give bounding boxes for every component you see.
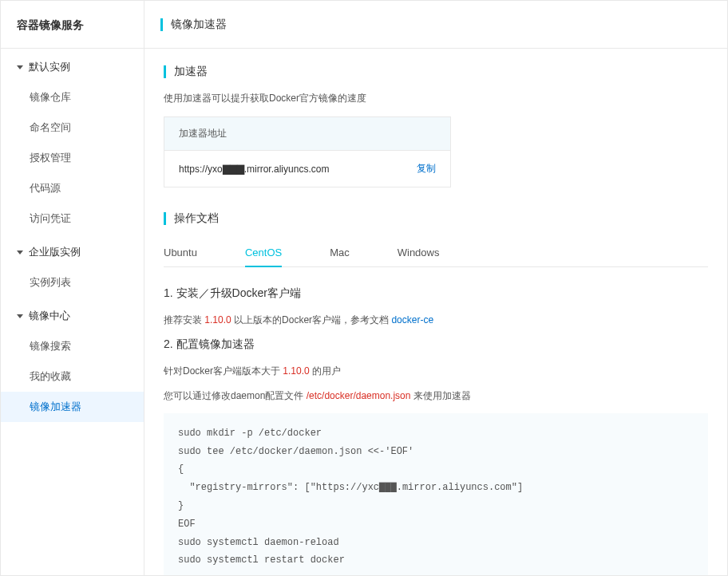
sidebar-section-label: 镜像中心: [29, 309, 70, 323]
app-container: 容器镜像服务 默认实例 镜像仓库 命名空间 授权管理 代码源 访问凭证 企业版实…: [0, 0, 728, 576]
file-path-text: /etc/docker/daemon.json: [307, 390, 411, 401]
step2-line1: 针对Docker客户端版本大于 1.10.0 的用户: [164, 363, 708, 381]
caret-down-icon: [17, 314, 23, 318]
text-fragment: 针对Docker客户端版本大于: [164, 365, 283, 377]
tab-centos[interactable]: CentOS: [245, 239, 282, 266]
accelerator-box-header: 加速器地址: [164, 117, 450, 151]
section-docs-title: 操作文档: [164, 211, 708, 226]
sidebar-title: 容器镜像服务: [1, 1, 144, 49]
accelerator-desc: 使用加速器可以提升获取Docker官方镜像的速度: [164, 92, 708, 105]
sidebar-item-instance-list[interactable]: 实例列表: [1, 267, 144, 298]
sidebar-section-label: 默认实例: [29, 60, 70, 74]
copy-button[interactable]: 复制: [417, 162, 436, 176]
content-area: 加速器 使用加速器可以提升获取Docker官方镜像的速度 加速器地址 https…: [144, 49, 727, 575]
step1-text: 推荐安装 1.10.0 以上版本的Docker客户端，参考文档 docker-c…: [164, 312, 708, 329]
accelerator-address-box: 加速器地址 https://yxo▇▇▇.mirror.aliyuncs.com…: [164, 116, 451, 187]
sidebar-item-image-search[interactable]: 镜像搜索: [1, 331, 144, 361]
version-text: 1.10.0: [204, 314, 231, 325]
sidebar: 容器镜像服务 默认实例 镜像仓库 命名空间 授权管理 代码源 访问凭证 企业版实…: [1, 1, 144, 575]
text-fragment: 的用户: [310, 365, 341, 377]
sidebar-section-label: 企业版实例: [29, 245, 81, 259]
tab-mac[interactable]: Mac: [330, 239, 350, 266]
caret-down-icon: [17, 251, 23, 254]
text-fragment: 来使用加速器: [410, 390, 470, 401]
sidebar-section-image-center[interactable]: 镜像中心: [1, 298, 144, 331]
sidebar-section-default-instance[interactable]: 默认实例: [1, 49, 144, 82]
accelerator-url: https://yxo▇▇▇.mirror.aliyuncs.com: [179, 164, 329, 175]
step2-heading: 2. 配置镜像加速器: [164, 337, 708, 352]
page-title: 镜像加速器: [171, 18, 227, 32]
sidebar-item-image-repo[interactable]: 镜像仓库: [1, 82, 144, 112]
tab-ubuntu[interactable]: Ubuntu: [164, 239, 197, 266]
sidebar-item-namespace[interactable]: 命名空间: [1, 112, 144, 143]
section-label: 操作文档: [174, 211, 219, 226]
text-fragment: 推荐安装: [164, 314, 204, 325]
page-header: 镜像加速器: [144, 1, 727, 49]
main-content: 镜像加速器 加速器 使用加速器可以提升获取Docker官方镜像的速度 加速器地址…: [144, 1, 727, 575]
caret-down-icon: [17, 65, 23, 69]
sidebar-item-auth-management[interactable]: 授权管理: [1, 143, 144, 173]
accent-bar: [160, 18, 163, 31]
sidebar-item-code-source[interactable]: 代码源: [1, 173, 144, 203]
docker-ce-link[interactable]: docker-ce: [391, 314, 433, 325]
section-accelerator-title: 加速器: [164, 65, 708, 79]
sidebar-item-mirror-accelerator[interactable]: 镜像加速器: [1, 392, 144, 422]
version-text: 1.10.0: [283, 365, 309, 377]
sidebar-item-my-favorites[interactable]: 我的收藏: [1, 361, 144, 392]
sidebar-item-access-credentials[interactable]: 访问凭证: [1, 203, 144, 234]
text-fragment: 以上版本的Docker客户端，参考文档: [231, 314, 392, 325]
step1-heading: 1. 安装／升级Docker客户端: [164, 286, 708, 301]
os-tabs: Ubuntu CentOS Mac Windows: [164, 239, 708, 267]
accent-bar: [164, 65, 166, 78]
text-fragment: 您可以通过修改daemon配置文件: [164, 390, 307, 401]
tab-windows[interactable]: Windows: [398, 239, 440, 266]
sidebar-section-enterprise[interactable]: 企业版实例: [1, 234, 144, 267]
step2-line2: 您可以通过修改daemon配置文件 /etc/docker/daemon.jso…: [164, 388, 708, 405]
accelerator-box-body: https://yxo▇▇▇.mirror.aliyuncs.com 复制: [164, 151, 450, 187]
accent-bar: [164, 212, 166, 225]
section-label: 加速器: [174, 65, 208, 79]
code-block[interactable]: sudo mkdir -p /etc/docker sudo tee /etc/…: [164, 413, 708, 575]
